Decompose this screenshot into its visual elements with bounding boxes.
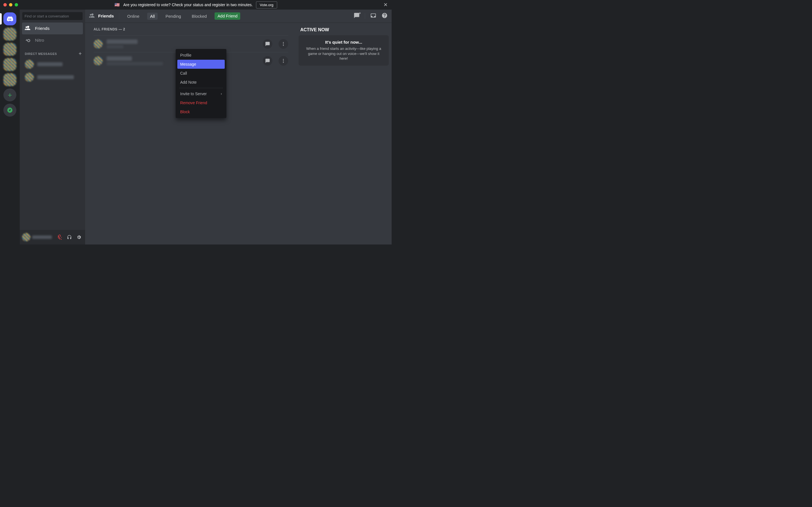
dm-header-label: DIRECT MESSAGES [25,52,57,55]
discord-logo-icon [6,15,13,22]
flag-icon: 🇺🇸 [114,2,120,7]
friend-status [107,62,163,65]
mic-muted-icon [57,235,62,240]
home-button[interactable] [3,12,16,25]
svg-point-1 [283,43,284,44]
tab-blocked[interactable]: Blocked [189,13,209,20]
context-menu: Profile Message Call Add Note Invite to … [175,49,226,118]
search-input[interactable]: Find or start a conversation [22,12,83,20]
ctx-block[interactable]: Block [177,107,225,116]
toolbar-right: + [354,12,388,20]
ctx-invite[interactable]: Invite to Server › [177,89,225,98]
svg-point-2 [283,45,284,46]
dm-username [37,62,63,66]
ctx-message[interactable]: Message [177,60,225,69]
sidebar-item-label: Nitro [35,38,44,43]
inbox-button[interactable] [370,12,376,20]
separator [179,88,223,88]
activity-sidebar: ACTIVE NOW It's quiet for now... When a … [294,23,392,244]
svg-point-5 [283,62,284,62]
page-title: Friends [89,13,114,19]
ctx-invite-label: Invite to Server [180,92,207,96]
server-item[interactable] [3,27,16,41]
server-rail: + [0,10,20,244]
svg-point-3 [283,59,284,60]
friend-status [107,45,123,48]
aside-title: ACTIVE NOW [300,27,389,33]
nitro-icon [25,37,31,43]
friends-header: ALL FRIENDS — 2 [94,27,288,31]
more-vertical-icon [281,58,286,63]
avatar [25,60,34,69]
ctx-remove-friend[interactable]: Remove Friend [177,98,225,107]
gear-icon [77,235,82,240]
tab-pending[interactable]: Pending [163,13,184,20]
svg-point-0 [283,42,284,43]
message-button[interactable] [263,39,272,49]
dm-item[interactable] [22,71,83,83]
ctx-add-note[interactable]: Add Note [177,78,225,87]
settings-button[interactable] [75,233,83,241]
message-button[interactable] [263,56,272,66]
avatar [25,73,34,82]
activity-empty-card: It's quiet for now... When a friend star… [299,35,389,66]
sidebar-item-friends[interactable]: Friends [22,22,83,34]
ctx-call[interactable]: Call [177,69,225,78]
server-item[interactable] [3,43,16,56]
avatar [94,40,103,48]
page-title-text: Friends [98,13,114,18]
inbox-icon [370,12,376,18]
card-body: When a friend starts an activity—like pl… [304,46,384,61]
avatar[interactable] [22,233,31,241]
help-button[interactable] [382,12,388,20]
toolbar: Friends Online All Pending Blocked Add F… [85,10,392,23]
add-server-button[interactable]: + [3,89,16,101]
create-dm-button[interactable]: + [79,51,82,57]
main-column: Friends Online All Pending Blocked Add F… [85,10,392,244]
search-placeholder: Find or start a conversation [24,14,69,18]
more-button[interactable] [278,39,288,49]
banner-text: Are you registered to vote? Check your s… [123,3,253,7]
server-item[interactable] [3,58,16,71]
friend-username [107,40,138,44]
chevron-right-icon: › [221,92,222,96]
current-username [32,235,52,239]
sidebar-item-nitro[interactable]: Nitro [22,34,83,46]
friend-username [107,56,132,61]
tab-all[interactable]: All [147,13,158,20]
dm-item[interactable] [22,58,83,70]
card-title: It's quiet for now... [304,40,384,45]
content: ALL FRIENDS — 2 [85,23,392,244]
user-panel [20,230,85,244]
close-icon[interactable]: ✕ [384,2,388,8]
explore-button[interactable] [3,104,16,117]
notice-banner: 🇺🇸 Are you registered to vote? Check you… [0,1,392,8]
headphones-icon [67,235,72,240]
dm-header: DIRECT MESSAGES + [20,46,85,58]
tab-online[interactable]: Online [124,13,142,20]
new-group-dm-button[interactable]: + [354,12,360,20]
app-body: + Find or start a conversation Friends N… [0,10,392,244]
help-icon [382,12,388,18]
dm-username [37,75,74,79]
ctx-profile[interactable]: Profile [177,51,225,60]
friends-icon [89,13,95,19]
chat-icon [265,58,270,63]
mute-button[interactable] [56,233,64,241]
compass-icon [7,107,13,113]
deafen-button[interactable] [65,233,73,241]
more-vertical-icon [281,41,286,47]
app-window: 🇺🇸 Are you registered to vote? Check you… [0,0,392,244]
nav-list: Friends Nitro [20,22,85,46]
add-friend-button[interactable]: Add Friend [214,12,240,20]
chat-icon [265,41,270,47]
more-button[interactable] [278,56,288,66]
channel-sidebar: Find or start a conversation Friends Nit… [20,10,85,244]
server-item[interactable] [3,73,16,86]
svg-point-4 [283,60,284,61]
divider [365,13,365,19]
sidebar-item-label: Friends [35,26,50,31]
friends-icon [25,25,31,32]
vote-button[interactable]: Vote.org [256,1,277,8]
titlebar: 🇺🇸 Are you registered to vote? Check you… [0,0,392,10]
